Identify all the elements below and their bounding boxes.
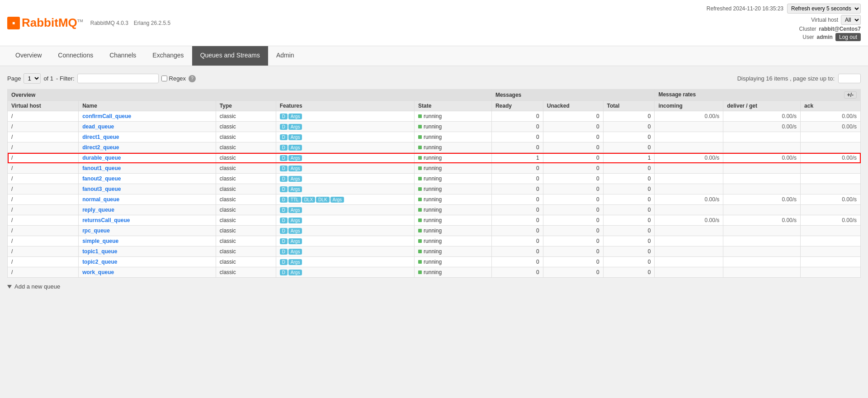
nav-exchanges[interactable]: Exchanges: [144, 46, 192, 66]
logout-button[interactable]: Log out: [835, 33, 861, 41]
queue-name-link[interactable]: work_queue: [82, 269, 114, 275]
table-row[interactable]: /normal_queueclassicDTTLDLXDLKArgs runni…: [8, 194, 861, 205]
feature-tag[interactable]: D: [280, 270, 288, 275]
page-select[interactable]: 1: [24, 73, 41, 84]
feature-tag[interactable]: Args: [330, 197, 344, 203]
feature-tag[interactable]: Args: [288, 270, 302, 275]
queue-name-link[interactable]: fanout3_queue: [82, 186, 121, 192]
state-running: running: [418, 227, 442, 234]
user-row: User admin Log out: [707, 33, 861, 41]
filter-input[interactable]: [77, 74, 159, 83]
page-size-input[interactable]: 100: [838, 74, 861, 83]
feature-tag[interactable]: Args: [288, 238, 302, 244]
feature-tag[interactable]: Args: [288, 124, 302, 130]
feature-tag[interactable]: Args: [288, 207, 302, 213]
feature-tag[interactable]: D: [280, 186, 288, 192]
table-row[interactable]: /direct2_queueclassicDArgs running000: [8, 142, 861, 153]
regex-checkbox[interactable]: [161, 76, 167, 81]
table-row[interactable]: /dead_queueclassicDArgs running0000.00/s…: [8, 122, 861, 132]
queue-name-link[interactable]: reply_queue: [82, 207, 114, 213]
nav-connections[interactable]: Connections: [50, 46, 101, 66]
feature-tag[interactable]: Args: [288, 218, 302, 223]
table-row[interactable]: /reply_queueclassicDArgs running000: [8, 205, 861, 215]
queue-name-link[interactable]: direct2_queue: [82, 144, 119, 151]
table-row[interactable]: /fanout2_queueclassicDArgs running000: [8, 174, 861, 184]
feature-tag[interactable]: Args: [288, 186, 302, 192]
feature-tag[interactable]: D: [280, 249, 288, 255]
queue-name-link[interactable]: normal_queue: [82, 196, 119, 203]
refresh-select[interactable]: Refresh every 5 seconds: [787, 4, 861, 14]
feature-tag[interactable]: TTL: [288, 197, 301, 203]
table-row[interactable]: /confirmCall_queueclassicDArgs running00…: [8, 111, 861, 122]
state-dot: [418, 125, 422, 128]
feature-tag[interactable]: D: [280, 124, 288, 130]
add-queue-toggle[interactable]: Add a new queue: [7, 283, 861, 290]
table-row[interactable]: /fanout3_queueclassicDArgs running000: [8, 184, 861, 194]
queue-name-link[interactable]: rpc_queue: [82, 227, 110, 234]
col-vhost-header: Virtual host: [8, 101, 79, 111]
nav-channels[interactable]: Channels: [101, 46, 144, 66]
table-row[interactable]: /durable_queueclassicDArgs running1010.0…: [8, 153, 861, 163]
feature-tag[interactable]: Args: [288, 259, 302, 265]
feature-tag[interactable]: Args: [288, 155, 302, 161]
feature-tag[interactable]: D: [280, 114, 288, 119]
queue-name-link[interactable]: durable_queue: [82, 155, 121, 161]
feature-tag[interactable]: D: [280, 197, 288, 203]
feature-tag[interactable]: DLK: [316, 197, 329, 203]
help-icon[interactable]: ?: [189, 75, 196, 82]
nav-overview[interactable]: Overview: [7, 46, 50, 66]
table-row[interactable]: /work_queueclassicDArgs running000: [8, 267, 861, 278]
queue-name-link[interactable]: topic2_queue: [82, 259, 117, 265]
of-label: of 1: [43, 75, 53, 82]
table-row[interactable]: /fanout1_queueclassicDArgs running000: [8, 163, 861, 174]
nav-admin[interactable]: Admin: [268, 46, 302, 66]
feature-tag[interactable]: D: [280, 228, 288, 234]
feature-tag[interactable]: Args: [288, 176, 302, 182]
feature-tag[interactable]: D: [280, 259, 288, 265]
feature-tag[interactable]: D: [280, 238, 288, 244]
state-dot: [418, 146, 422, 149]
feature-tag[interactable]: DLX: [302, 197, 315, 203]
feature-tag[interactable]: Args: [288, 228, 302, 234]
feature-tag[interactable]: Args: [288, 249, 302, 255]
queue-name-link[interactable]: simple_queue: [82, 238, 118, 244]
feature-tag[interactable]: D: [280, 134, 288, 140]
queue-name-link[interactable]: dead_queue: [82, 123, 114, 130]
table-row[interactable]: /simple_queueclassicDArgs running000: [8, 236, 861, 246]
table-row[interactable]: /rpc_queueclassicDArgs running000: [8, 226, 861, 236]
queue-name-link[interactable]: fanout1_queue: [82, 165, 121, 171]
feature-tag[interactable]: Args: [288, 166, 302, 171]
feature-tag[interactable]: D: [280, 176, 288, 182]
state-dot: [418, 270, 422, 274]
table-row[interactable]: /topic1_queueclassicDArgs running000: [8, 246, 861, 257]
rabbitmq-version: RabbitMQ 4.0.3: [90, 20, 128, 26]
section-messages: Messages: [491, 90, 655, 101]
plus-minus-button[interactable]: +/-: [844, 91, 857, 99]
refresh-row: Refreshed 2024-11-20 16:35:23 Refresh ev…: [707, 4, 861, 14]
queue-name-link[interactable]: confirmCall_queue: [82, 113, 131, 119]
nav-queues[interactable]: Queues and Streams: [192, 46, 268, 66]
queue-name-link[interactable]: returnsCall_queue: [82, 217, 130, 223]
queue-name-link[interactable]: direct1_queue: [82, 134, 119, 140]
table-row[interactable]: /direct1_queueclassicDArgs running000: [8, 132, 861, 142]
filter-label: - Filter:: [56, 75, 74, 82]
feature-tag[interactable]: D: [280, 207, 288, 213]
feature-tag[interactable]: D: [280, 218, 288, 223]
feature-tag[interactable]: Args: [288, 145, 302, 151]
feature-tag[interactable]: D: [280, 166, 288, 171]
feature-tag[interactable]: Args: [288, 114, 302, 119]
state-running: running: [418, 123, 442, 130]
queue-name-link[interactable]: fanout2_queue: [82, 175, 121, 182]
logo-rabbit: Rabbit: [22, 16, 58, 29]
feature-tag[interactable]: Args: [288, 134, 302, 140]
table-row[interactable]: /returnsCall_queueclassicDArgs running00…: [8, 215, 861, 226]
table-row[interactable]: /topic2_queueclassicDArgs running000: [8, 257, 861, 267]
vhost-select[interactable]: All: [841, 15, 861, 25]
queue-name-link[interactable]: topic1_queue: [82, 248, 117, 255]
state-running: running: [418, 248, 442, 255]
feature-tag[interactable]: D: [280, 145, 288, 151]
state-dot: [418, 239, 422, 243]
col-state-header: State: [415, 101, 492, 111]
feature-tag[interactable]: D: [280, 155, 288, 161]
section-rates: Message rates +/-: [655, 90, 861, 101]
